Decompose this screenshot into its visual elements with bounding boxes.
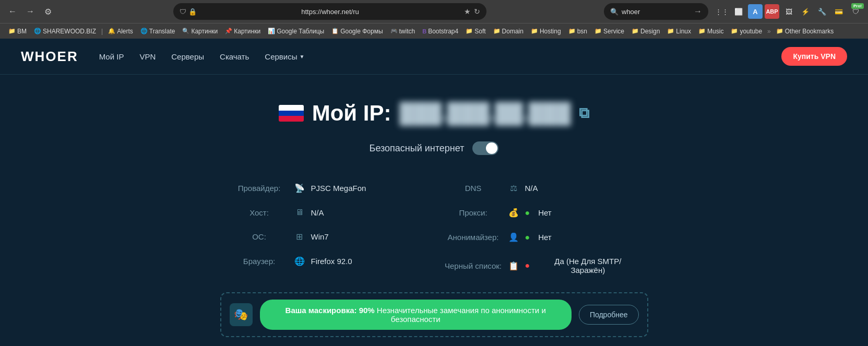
bookmark-other[interactable]: 📁 Other Bookmarks — [773, 27, 837, 36]
shield-icon: 🛡 — [180, 8, 186, 16]
nav-services[interactable]: Сервисы ▼ — [265, 52, 304, 61]
bm-label: BM — [17, 28, 27, 35]
blacklist-label: Черный список: — [445, 261, 502, 270]
host-value: N/A — [311, 208, 324, 217]
other-folder-icon: 📁 — [776, 28, 783, 34]
address-text: https://whoer.net/ru — [200, 8, 461, 16]
bookmark-service[interactable]: 📁 Service — [591, 27, 627, 36]
design-folder-icon: 📁 — [632, 28, 639, 34]
bookmark-sharewood[interactable]: 🌐 SHAREWOOD.BIZ — [31, 27, 99, 36]
nav-servers[interactable]: Серверы — [171, 52, 204, 61]
safe-internet-toggle-section: Безопасный интернет — [10, 141, 858, 155]
browser-extension-icons: ⋮⋮ ⬜ A ABP 🖼 ⚡ 🔧 💳 🛡 Pro! — [715, 4, 863, 19]
anonymizer-dot: ● — [525, 233, 530, 242]
dns-value: N/A — [525, 184, 538, 193]
translate-icon: 🌐 — [140, 28, 148, 34]
details-button[interactable]: Подробнее — [579, 305, 639, 325]
bm-label: youtube — [740, 28, 762, 35]
lock-icon: 🔒 — [188, 8, 197, 16]
browser-info-icon: 🌐 — [294, 256, 305, 266]
masking-pill: Ваша маскировка: 90% Незначительные заме… — [260, 300, 572, 330]
bookmark-domain[interactable]: 📁 Domain — [490, 27, 527, 36]
ext2-icon[interactable]: ⚡ — [798, 4, 813, 19]
info-right-column: DNS ⚖ N/A Прокси: 💰 ● Нет Анонимайзер: 👤… — [434, 176, 648, 282]
copy-icon[interactable]: ⧉ — [579, 105, 589, 122]
bookmark-soft[interactable]: 📁 Soft — [462, 27, 489, 36]
bookmark-bsn[interactable]: 📁 bsn — [565, 27, 590, 36]
proxy-value: Нет — [538, 208, 552, 217]
bookmark-kartinki2[interactable]: 📌 Картинки — [222, 27, 264, 36]
bookmark-bm[interactable]: 📁 BM — [5, 27, 30, 36]
bookmark-alerts[interactable]: 🔔 Alerts — [105, 27, 136, 36]
nav-vpn[interactable]: VPN — [139, 52, 156, 61]
ip-info-grid: Провайдер: 📡 PJSC MegaFon Хост: 🖥 N/A ОС… — [199, 176, 669, 282]
browser-label: Браузер: — [231, 257, 288, 266]
alerts-icon: 🔔 — [108, 28, 115, 34]
info-provider: Провайдер: 📡 PJSC MegaFon — [220, 176, 434, 200]
address-bar[interactable]: 🛡 🔒 https://whoer.net/ru ★ ↻ — [173, 3, 486, 20]
bm-label: Linux — [676, 28, 691, 35]
star-icon[interactable]: ★ — [464, 7, 471, 16]
info-left-column: Провайдер: 📡 PJSC MegaFon Хост: 🖥 N/A ОС… — [220, 176, 434, 282]
bm-label: bsn — [577, 28, 587, 35]
mask-icon: 🎭 — [234, 308, 248, 321]
masking-bold-text: Ваша маскировка: 90% — [286, 306, 375, 315]
ext1-icon[interactable]: 🖼 — [781, 4, 796, 19]
bm-label: Other Bookmarks — [785, 28, 834, 35]
bm-label: Google Формы — [340, 28, 383, 35]
buy-vpn-button[interactable]: Купить VPN — [781, 47, 847, 66]
bookmark-hosting[interactable]: 📁 Hosting — [528, 27, 564, 36]
info-browser: Браузер: 🌐 Firefox 92.0 — [220, 249, 434, 273]
tab-overview-icon[interactable]: ⬜ — [731, 4, 746, 19]
masking-bar: 🎭 Ваша маскировка: 90% Незначительные за… — [199, 292, 669, 337]
blacklist-dot: ● — [525, 261, 530, 270]
bookmark-music[interactable]: 📁 Music — [695, 27, 727, 36]
search-arrow-icon: → — [694, 7, 702, 16]
search-icon: 🔍 — [610, 8, 619, 16]
bookmark-youtube[interactable]: 📁 youtube — [728, 27, 765, 36]
reload-icon[interactable]: ↻ — [474, 7, 480, 16]
back-button[interactable]: ← — [5, 4, 20, 19]
anonymizer-icon: 👤 — [508, 232, 519, 242]
ext3-icon[interactable]: 🔧 — [815, 4, 829, 19]
ip-value: ███.███.██.███ — [399, 102, 570, 125]
abp-icon[interactable]: ABP — [765, 4, 779, 19]
bm-label: Google Таблицы — [277, 28, 324, 35]
masking-rest-text: Незначительные замечания по анонимности … — [375, 306, 546, 324]
ext5-icon[interactable]: 🛡 Pro! — [848, 4, 863, 19]
os-icon: ⊞ — [294, 232, 305, 242]
info-anonymizer: Анонимайзер: 👤 ● Нет — [434, 225, 648, 249]
safe-internet-toggle[interactable] — [472, 141, 498, 155]
bm-label: twitch — [399, 28, 415, 35]
search-bar[interactable]: 🔍 whoer → — [604, 3, 708, 20]
bm-label: SHAREWOOD.BIZ — [43, 28, 96, 35]
bookmark-design[interactable]: 📁 Design — [628, 27, 663, 36]
bookmark-twitch[interactable]: 🎮 twitch — [387, 27, 419, 36]
info-host: Хост: 🖥 N/A — [220, 200, 434, 224]
bookmark-bootstrap[interactable]: B Bootstrap4 — [419, 27, 461, 36]
bookmark-gsheets[interactable]: 📊 Google Таблицы — [265, 27, 327, 36]
service-folder-icon: 📁 — [594, 28, 602, 34]
bm-label: Domain — [502, 28, 524, 35]
proxy-icon: 💰 — [508, 208, 519, 218]
nav-myip[interactable]: Мой IP — [99, 52, 124, 61]
bookmark-translate[interactable]: 🌐 Translate — [137, 27, 179, 36]
toggle-knob — [486, 142, 497, 154]
ext4-icon[interactable]: 💳 — [831, 4, 846, 19]
bm-label: Design — [640, 28, 660, 35]
bm-label: Service — [603, 28, 624, 35]
extensions-icon[interactable]: ⋮⋮ — [715, 4, 729, 19]
site-logo: WHOER — [21, 49, 78, 65]
profile-icon[interactable]: A — [748, 4, 763, 19]
bookmark-gforms[interactable]: 📋 Google Формы — [328, 27, 386, 36]
forward-button[interactable]: → — [23, 4, 38, 19]
bookmark-kartinki1[interactable]: 🔍 Картинки — [179, 27, 221, 36]
nav-download[interactable]: Скачать — [220, 52, 249, 61]
bm-label: Soft — [474, 28, 485, 35]
bm-label: Alerts — [117, 28, 133, 35]
settings-button[interactable]: ⚙ — [41, 4, 55, 19]
address-actions: ★ ↻ — [464, 7, 480, 16]
browser-nav-buttons: ← → ⚙ — [5, 4, 55, 19]
bookmark-linux[interactable]: 📁 Linux — [664, 27, 694, 36]
hero-section: Мой IP: ███.███.██.███ ⧉ Безопасный инте… — [0, 75, 868, 346]
